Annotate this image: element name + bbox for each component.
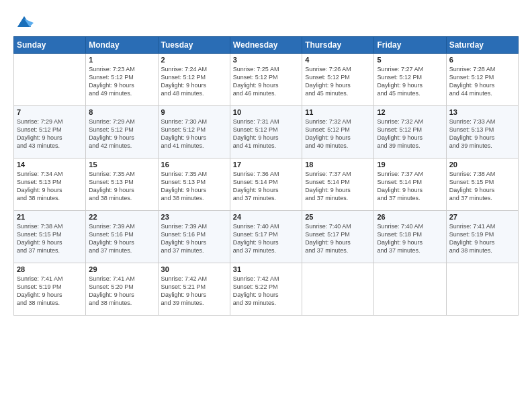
day-info: Sunrise: 7:26 AM Sunset: 5:12 PM Dayligh… [305, 65, 371, 98]
day-number: 4 [305, 56, 371, 64]
day-number: 1 [89, 56, 154, 64]
day-info: Sunrise: 7:31 AM Sunset: 5:12 PM Dayligh… [233, 118, 299, 150]
calendar-cell: 14Sunrise: 7:34 AM Sunset: 5:13 PM Dayli… [14, 158, 86, 211]
calendar-cell: 28Sunrise: 7:41 AM Sunset: 5:19 PM Dayli… [14, 263, 86, 316]
day-info: Sunrise: 7:41 AM Sunset: 5:19 PM Dayligh… [17, 275, 83, 308]
day-number: 5 [377, 56, 443, 64]
calendar-cell: 16Sunrise: 7:35 AM Sunset: 5:13 PM Dayli… [158, 158, 230, 211]
calendar-cell: 25Sunrise: 7:40 AM Sunset: 5:17 PM Dayli… [302, 211, 374, 263]
day-number: 13 [449, 108, 515, 116]
day-header-thursday: Thursday [302, 37, 374, 54]
day-number: 26 [377, 213, 443, 221]
day-info: Sunrise: 7:37 AM Sunset: 5:14 PM Dayligh… [377, 170, 443, 203]
day-number: 2 [161, 56, 227, 64]
day-number: 15 [89, 161, 154, 169]
logo-icon [15, 12, 34, 31]
calendar-cell: 20Sunrise: 7:38 AM Sunset: 5:15 PM Dayli… [446, 158, 518, 211]
calendar-cell: 4Sunrise: 7:26 AM Sunset: 5:12 PM Daylig… [302, 54, 374, 106]
week-row-2: 14Sunrise: 7:34 AM Sunset: 5:13 PM Dayli… [14, 158, 519, 211]
day-info: Sunrise: 7:40 AM Sunset: 5:17 PM Dayligh… [233, 222, 299, 255]
day-number: 9 [161, 108, 227, 116]
day-number: 3 [233, 56, 299, 64]
day-number: 7 [17, 108, 83, 116]
calendar-cell [374, 263, 446, 316]
calendar-cell: 2Sunrise: 7:24 AM Sunset: 5:12 PM Daylig… [158, 54, 230, 106]
calendar-body: 1Sunrise: 7:23 AM Sunset: 5:12 PM Daylig… [14, 54, 519, 316]
day-info: Sunrise: 7:30 AM Sunset: 5:12 PM Dayligh… [161, 118, 227, 150]
day-info: Sunrise: 7:27 AM Sunset: 5:12 PM Dayligh… [377, 65, 443, 98]
calendar-cell: 21Sunrise: 7:38 AM Sunset: 5:15 PM Dayli… [14, 211, 86, 263]
day-info: Sunrise: 7:34 AM Sunset: 5:13 PM Dayligh… [17, 170, 83, 203]
calendar-cell [302, 263, 374, 316]
calendar-table: SundayMondayTuesdayWednesdayThursdayFrid… [13, 36, 519, 316]
day-number: 21 [17, 213, 83, 221]
day-info: Sunrise: 7:28 AM Sunset: 5:12 PM Dayligh… [449, 65, 515, 98]
logo [13, 12, 34, 31]
day-header-friday: Friday [374, 37, 446, 54]
calendar-cell: 11Sunrise: 7:32 AM Sunset: 5:12 PM Dayli… [302, 106, 374, 158]
calendar-cell: 24Sunrise: 7:40 AM Sunset: 5:17 PM Dayli… [230, 211, 302, 263]
calendar-cell: 3Sunrise: 7:25 AM Sunset: 5:12 PM Daylig… [230, 54, 302, 106]
day-number: 18 [305, 161, 371, 169]
week-row-0: 1Sunrise: 7:23 AM Sunset: 5:12 PM Daylig… [14, 54, 519, 106]
day-number: 17 [233, 161, 299, 169]
day-number: 28 [17, 265, 83, 273]
calendar-cell: 23Sunrise: 7:39 AM Sunset: 5:16 PM Dayli… [158, 211, 230, 263]
week-row-1: 7Sunrise: 7:29 AM Sunset: 5:12 PM Daylig… [14, 106, 519, 158]
calendar-header: SundayMondayTuesdayWednesdayThursdayFrid… [14, 37, 519, 54]
calendar-cell: 19Sunrise: 7:37 AM Sunset: 5:14 PM Dayli… [374, 158, 446, 211]
day-number: 6 [449, 56, 515, 64]
header [13, 12, 519, 31]
day-info: Sunrise: 7:35 AM Sunset: 5:13 PM Dayligh… [161, 170, 227, 203]
calendar-cell: 31Sunrise: 7:42 AM Sunset: 5:22 PM Dayli… [230, 263, 302, 316]
day-number: 24 [233, 213, 299, 221]
header-row: SundayMondayTuesdayWednesdayThursdayFrid… [14, 37, 519, 54]
day-info: Sunrise: 7:33 AM Sunset: 5:13 PM Dayligh… [449, 118, 515, 150]
week-row-4: 28Sunrise: 7:41 AM Sunset: 5:19 PM Dayli… [14, 263, 519, 316]
day-header-tuesday: Tuesday [158, 37, 230, 54]
calendar-cell: 1Sunrise: 7:23 AM Sunset: 5:12 PM Daylig… [86, 54, 158, 106]
day-header-saturday: Saturday [446, 37, 518, 54]
day-info: Sunrise: 7:38 AM Sunset: 5:15 PM Dayligh… [449, 170, 515, 203]
day-info: Sunrise: 7:36 AM Sunset: 5:14 PM Dayligh… [233, 170, 299, 203]
day-info: Sunrise: 7:24 AM Sunset: 5:12 PM Dayligh… [161, 65, 227, 98]
day-number: 16 [161, 161, 227, 169]
page: SundayMondayTuesdayWednesdayThursdayFrid… [0, 0, 532, 411]
day-info: Sunrise: 7:39 AM Sunset: 5:16 PM Dayligh… [161, 222, 227, 255]
day-info: Sunrise: 7:40 AM Sunset: 5:18 PM Dayligh… [377, 222, 443, 255]
day-number: 30 [161, 265, 227, 273]
calendar-cell: 18Sunrise: 7:37 AM Sunset: 5:14 PM Dayli… [302, 158, 374, 211]
calendar-cell: 30Sunrise: 7:42 AM Sunset: 5:21 PM Dayli… [158, 263, 230, 316]
calendar-cell: 8Sunrise: 7:29 AM Sunset: 5:12 PM Daylig… [86, 106, 158, 158]
day-number: 19 [377, 161, 443, 169]
day-number: 22 [89, 213, 154, 221]
calendar-cell: 29Sunrise: 7:41 AM Sunset: 5:20 PM Dayli… [86, 263, 158, 316]
day-info: Sunrise: 7:25 AM Sunset: 5:12 PM Dayligh… [233, 65, 299, 98]
day-header-wednesday: Wednesday [230, 37, 302, 54]
day-info: Sunrise: 7:42 AM Sunset: 5:22 PM Dayligh… [233, 275, 299, 308]
calendar-cell: 9Sunrise: 7:30 AM Sunset: 5:12 PM Daylig… [158, 106, 230, 158]
calendar-cell: 6Sunrise: 7:28 AM Sunset: 5:12 PM Daylig… [446, 54, 518, 106]
day-info: Sunrise: 7:29 AM Sunset: 5:12 PM Dayligh… [17, 118, 83, 150]
calendar-cell [14, 54, 86, 106]
calendar-cell: 13Sunrise: 7:33 AM Sunset: 5:13 PM Dayli… [446, 106, 518, 158]
calendar-cell: 17Sunrise: 7:36 AM Sunset: 5:14 PM Dayli… [230, 158, 302, 211]
day-number: 14 [17, 161, 83, 169]
day-info: Sunrise: 7:32 AM Sunset: 5:12 PM Dayligh… [377, 118, 443, 150]
calendar-cell: 10Sunrise: 7:31 AM Sunset: 5:12 PM Dayli… [230, 106, 302, 158]
day-info: Sunrise: 7:41 AM Sunset: 5:20 PM Dayligh… [89, 275, 154, 308]
day-info: Sunrise: 7:32 AM Sunset: 5:12 PM Dayligh… [305, 118, 371, 150]
day-info: Sunrise: 7:35 AM Sunset: 5:13 PM Dayligh… [89, 170, 154, 203]
day-number: 8 [89, 108, 154, 116]
day-info: Sunrise: 7:37 AM Sunset: 5:14 PM Dayligh… [305, 170, 371, 203]
calendar-cell [446, 263, 518, 316]
day-number: 12 [377, 108, 443, 116]
day-number: 31 [233, 265, 299, 273]
day-number: 29 [89, 265, 154, 273]
calendar-cell: 12Sunrise: 7:32 AM Sunset: 5:12 PM Dayli… [374, 106, 446, 158]
calendar-cell: 22Sunrise: 7:39 AM Sunset: 5:16 PM Dayli… [86, 211, 158, 263]
calendar-cell: 15Sunrise: 7:35 AM Sunset: 5:13 PM Dayli… [86, 158, 158, 211]
week-row-3: 21Sunrise: 7:38 AM Sunset: 5:15 PM Dayli… [14, 211, 519, 263]
calendar-cell: 7Sunrise: 7:29 AM Sunset: 5:12 PM Daylig… [14, 106, 86, 158]
day-number: 23 [161, 213, 227, 221]
